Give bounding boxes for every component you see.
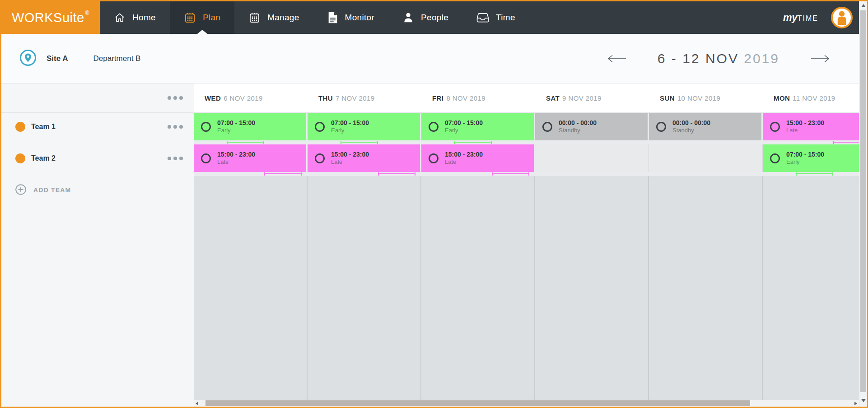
nav-tab-time[interactable]: Time: [462, 1, 529, 34]
shift-text: 00:00 - 00:00 Standby: [559, 119, 597, 134]
shift-text: 15:00 - 23:00 Late: [331, 150, 369, 166]
mytime-time: TIME: [798, 14, 818, 22]
empty-slot-sun[interactable]: [649, 144, 763, 172]
day-name: SAT: [546, 94, 560, 102]
site-selector[interactable]: Site A: [19, 49, 68, 68]
tray-icon: [476, 12, 489, 23]
team-options-menu[interactable]: [168, 122, 183, 131]
shift-label: Standby: [559, 127, 597, 134]
day-date: 9 NOV 2019: [562, 94, 602, 102]
user-avatar[interactable]: [831, 7, 853, 28]
horizontal-scrollbar-thumb[interactable]: [205, 400, 750, 406]
shift-cell-fri-early[interactable]: 07:00 - 15:00 Early: [421, 113, 535, 140]
shift-select-circle[interactable]: [429, 122, 439, 132]
shift-time: 15:00 - 23:00: [786, 119, 824, 127]
home-icon: [114, 12, 126, 23]
day-name: WED: [205, 94, 221, 102]
day-date: 10 NOV 2019: [677, 94, 720, 102]
shift-time-range-bar: [264, 172, 302, 176]
shift-time: 15:00 - 23:00: [217, 150, 255, 158]
vertical-scrollbar-thumb[interactable]: [860, 10, 866, 392]
nav-right: myTIME: [783, 1, 859, 34]
shift-time: 15:00 - 23:00: [445, 150, 483, 158]
shift-time-range-bar: [378, 172, 415, 176]
shift-select-circle[interactable]: [770, 122, 780, 132]
team-name[interactable]: Team 1: [31, 123, 168, 131]
department-selector[interactable]: Department B: [93, 54, 141, 63]
next-week-arrow-icon[interactable]: [810, 54, 830, 64]
shift-time-range-bar: [796, 172, 833, 176]
week-navigation: 6 - 12 NOV 2019: [607, 51, 830, 66]
vertical-scrollbar[interactable]: [859, 1, 867, 407]
shift-cell-mon-early[interactable]: 07:00 - 15:00 Early: [763, 144, 859, 172]
add-team-label: ADD TEAM: [33, 186, 71, 194]
shift-select-circle[interactable]: [201, 153, 211, 163]
registered-mark: ®: [85, 10, 89, 16]
day-name: SUN: [660, 94, 675, 102]
team-color-dot: [15, 122, 25, 132]
schedule-board: WED6 NOV 2019THU7 NOV 2019FRI8 NOV 2019S…: [194, 83, 859, 407]
plus-circle-icon: [15, 184, 27, 197]
teams-sidebar: Team 1 Team 2 ADD TEAM: [1, 83, 194, 407]
nav-tab-label: People: [421, 13, 448, 23]
shift-select-circle[interactable]: [542, 122, 552, 132]
shift-cell-wed-early[interactable]: 07:00 - 15:00 Early: [194, 113, 308, 140]
app-main: WORKSuite® HomePlanManageMonitorPeopleTi…: [1, 1, 859, 407]
shift-select-circle[interactable]: [429, 153, 439, 163]
add-team-button[interactable]: ADD TEAM: [1, 181, 194, 199]
shift-time: 15:00 - 23:00: [331, 150, 369, 158]
shift-text: 15:00 - 23:00 Late: [217, 150, 255, 166]
app-window: WORKSuite® HomePlanManageMonitorPeopleTi…: [0, 0, 868, 408]
shift-select-circle[interactable]: [315, 153, 325, 163]
day-header-thu: THU7 NOV 2019: [308, 83, 421, 112]
nav-tab-home[interactable]: Home: [100, 1, 170, 34]
horizontal-scrollbar[interactable]: [194, 400, 859, 407]
scroll-right-arrow-icon[interactable]: [854, 402, 857, 405]
day-header-sun: SUN10 NOV 2019: [649, 83, 763, 112]
team-name[interactable]: Team 2: [31, 154, 168, 162]
shift-text: 15:00 - 23:00 Late: [786, 119, 824, 134]
app-logo[interactable]: WORKSuite®: [1, 1, 100, 34]
shift-text: 07:00 - 15:00 Early: [217, 119, 255, 134]
shift-select-circle[interactable]: [315, 122, 325, 132]
nav-tab-monitor[interactable]: Monitor: [313, 1, 388, 34]
schedule-rows: 07:00 - 15:00 Early 07:00 - 15:00 Early …: [194, 113, 859, 176]
shift-label: Standby: [672, 127, 710, 134]
shift-cell-mon-late[interactable]: 15:00 - 23:00 Late: [763, 113, 859, 140]
shift-cell-sun-standby[interactable]: 00:00 - 00:00 Standby: [649, 113, 763, 140]
scroll-down-arrow-icon[interactable]: [861, 399, 866, 402]
schedule-row-team-2: 15:00 - 23:00 Late 15:00 - 23:00 Late 15…: [194, 144, 859, 172]
nav-tab-label: Home: [132, 13, 156, 23]
nav-tab-manage[interactable]: Manage: [234, 1, 313, 34]
shift-time: 07:00 - 15:00: [786, 150, 824, 158]
empty-slot-sat[interactable]: [535, 144, 649, 172]
shift-cell-fri-late[interactable]: 15:00 - 23:00 Late: [421, 144, 535, 172]
shift-text: 15:00 - 23:00 Late: [445, 150, 483, 166]
nav-tab-label: Monitor: [345, 13, 374, 23]
scroll-up-arrow-icon[interactable]: [861, 4, 866, 7]
calendar-icon: [248, 12, 261, 24]
shift-select-circle[interactable]: [656, 122, 666, 132]
nav-tab-plan[interactable]: Plan: [170, 1, 234, 34]
shift-label: Early: [786, 158, 824, 166]
team-options-menu[interactable]: [168, 154, 183, 163]
top-nav: WORKSuite® HomePlanManageMonitorPeopleTi…: [1, 1, 859, 34]
shift-cell-wed-late[interactable]: 15:00 - 23:00 Late: [194, 144, 308, 172]
shift-select-circle[interactable]: [201, 122, 211, 132]
shift-cell-sat-standby[interactable]: 00:00 - 00:00 Standby: [535, 113, 649, 140]
nav-tabs: HomePlanManageMonitorPeopleTime: [100, 1, 529, 34]
day-header-wed: WED6 NOV 2019: [194, 83, 308, 112]
shift-cell-thu-late[interactable]: 15:00 - 23:00 Late: [308, 144, 421, 172]
nav-tab-people[interactable]: People: [388, 1, 462, 34]
shift-label: Late: [445, 158, 483, 166]
previous-week-arrow-icon[interactable]: [607, 54, 627, 64]
shift-cell-thu-early[interactable]: 07:00 - 15:00 Early: [308, 113, 421, 140]
sidebar-options-menu[interactable]: [168, 93, 183, 102]
shift-text: 07:00 - 15:00 Early: [331, 119, 369, 134]
day-header-fri: FRI8 NOV 2019: [421, 83, 535, 112]
shift-label: Late: [786, 127, 824, 134]
scroll-left-arrow-icon[interactable]: [196, 402, 198, 405]
shift-time: 07:00 - 15:00: [445, 119, 483, 127]
location-pin-icon: [19, 49, 37, 68]
shift-select-circle[interactable]: [770, 153, 780, 163]
